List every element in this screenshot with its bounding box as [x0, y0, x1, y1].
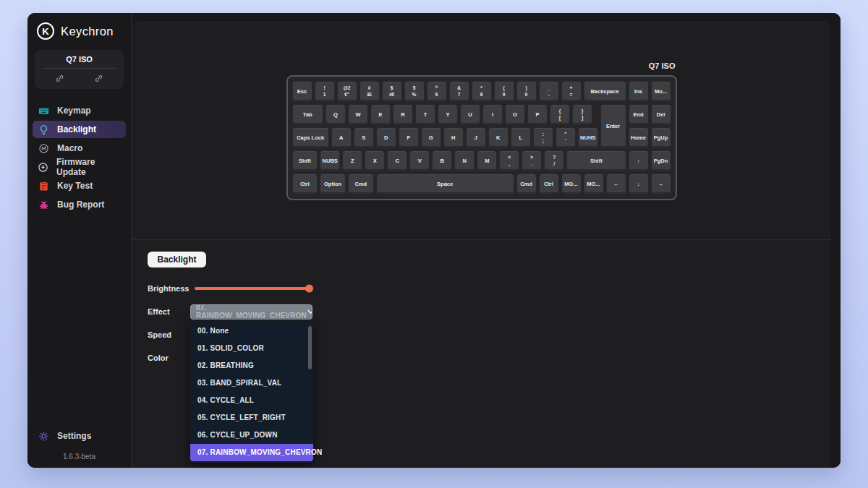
- key-end[interactable]: End: [629, 104, 649, 125]
- key-m[interactable]: M: [477, 150, 497, 171]
- key-h[interactable]: H: [443, 127, 464, 148]
- key-e[interactable]: E: [370, 104, 391, 125]
- key-ctrl-left[interactable]: Ctrl: [292, 174, 318, 194]
- effect-option-7[interactable]: 07. RAINBOW_MOVING_CHEVRON: [190, 444, 313, 461]
- key-y[interactable]: Y: [438, 104, 458, 125]
- key-tab[interactable]: Tab: [292, 104, 324, 125]
- key-1[interactable]: !1: [315, 81, 335, 102]
- key-comma[interactable]: <,: [499, 150, 519, 171]
- key-ctrl-right[interactable]: Ctrl: [539, 174, 559, 194]
- sidebar-item-bug-report[interactable]: Bug Report: [33, 196, 126, 213]
- key-n[interactable]: N: [454, 150, 475, 171]
- key-w[interactable]: W: [348, 104, 368, 125]
- key-del[interactable]: Del: [651, 104, 671, 125]
- key-shift-left[interactable]: Shift: [292, 150, 318, 171]
- key-8[interactable]: *8: [472, 81, 492, 102]
- effect-option-6[interactable]: 06. CYCLE_UP_DOWN: [190, 427, 313, 444]
- key-o[interactable]: O: [505, 104, 525, 125]
- effect-option-5[interactable]: 05. CYCLE_LEFT_RIGHT: [190, 409, 313, 427]
- dropdown-scrollbar[interactable]: [308, 326, 312, 369]
- key-key[interactable]: _-: [539, 81, 559, 102]
- key-u[interactable]: U: [460, 104, 480, 125]
- key-bracket-right[interactable]: }]: [572, 104, 592, 125]
- key-a[interactable]: A: [331, 127, 352, 148]
- key-pgup[interactable]: PgUp: [651, 127, 671, 148]
- sidebar-item-keymap[interactable]: Keymap: [33, 102, 126, 119]
- key-r[interactable]: R: [393, 104, 413, 125]
- key-arrow-left[interactable]: ←: [606, 174, 626, 194]
- key-v[interactable]: V: [409, 150, 430, 171]
- effect-option-0[interactable]: 00. None: [190, 322, 313, 340]
- link-icon[interactable]: [93, 74, 105, 83]
- device-card[interactable]: Q7 ISO: [35, 50, 124, 89]
- sidebar-item-backlight[interactable]: Backlight: [33, 121, 126, 138]
- key-4[interactable]: $4€: [382, 81, 402, 102]
- effect-option-2[interactable]: 02. BREATHING: [190, 357, 313, 374]
- color-label: Color: [148, 354, 190, 362]
- brightness-slider[interactable]: [195, 287, 310, 290]
- key-shift-right[interactable]: Shift: [566, 150, 626, 171]
- key-f[interactable]: F: [399, 127, 419, 148]
- key-mo-fn[interactable]: Mo...: [651, 81, 671, 102]
- link-icon[interactable]: [54, 74, 66, 83]
- key-p[interactable]: P: [527, 104, 548, 125]
- key-9[interactable]: (9: [494, 81, 514, 102]
- sidebar-item-firmware-update[interactable]: Firmware Update: [33, 158, 126, 176]
- key-cmd-right[interactable]: Cmd: [516, 174, 537, 194]
- key-semicolon[interactable]: :;: [533, 127, 553, 148]
- key-pgdn[interactable]: PgDn: [651, 150, 671, 171]
- key-i[interactable]: I: [482, 104, 503, 125]
- backlight-tab-button[interactable]: Backlight: [148, 252, 206, 267]
- sidebar-item-key-test[interactable]: Key Test: [33, 177, 126, 194]
- key-5[interactable]: 5%: [404, 81, 425, 102]
- key-bracket-left[interactable]: {[: [550, 104, 570, 125]
- keyboard-spacer: [595, 104, 598, 125]
- key-nubs[interactable]: NUBS: [320, 150, 340, 171]
- key-quote[interactable]: "': [556, 127, 576, 148]
- key-2[interactable]: @2€": [337, 81, 357, 102]
- key-home[interactable]: Home: [629, 127, 649, 148]
- key-arrow-right[interactable]: →: [651, 174, 671, 194]
- key-k[interactable]: K: [488, 127, 509, 148]
- key-mo-1[interactable]: MO...: [561, 174, 582, 194]
- key-x[interactable]: X: [365, 150, 385, 171]
- key-nuhs[interactable]: NUHS: [578, 127, 598, 148]
- key-b[interactable]: B: [432, 150, 452, 171]
- effect-select[interactable]: 07. RAINBOW_MOVING_CHEVRON: [190, 304, 312, 320]
- key-3[interactable]: #3£: [359, 81, 380, 102]
- key-key[interactable]: +=: [561, 81, 582, 102]
- key-space[interactable]: Space: [376, 174, 514, 194]
- effect-option-3[interactable]: 03. BAND_SPIRAL_VAL: [190, 374, 313, 392]
- sidebar-item-macro[interactable]: Macro: [33, 140, 126, 157]
- key-backspace[interactable]: Backspace: [584, 81, 626, 102]
- key-j[interactable]: J: [466, 127, 486, 148]
- effect-option-1[interactable]: 01. SOLID_COLOR: [190, 340, 313, 357]
- key-option[interactable]: Option: [320, 174, 346, 194]
- key-c[interactable]: C: [387, 150, 407, 171]
- key-t[interactable]: T: [415, 104, 435, 125]
- key-s[interactable]: S: [354, 127, 374, 148]
- key-7[interactable]: &7: [449, 81, 469, 102]
- key-q[interactable]: Q: [326, 104, 346, 125]
- key-period[interactable]: >.: [522, 150, 542, 171]
- key-slash[interactable]: ?/: [544, 150, 564, 171]
- key-arrow-down[interactable]: ↓: [629, 174, 649, 194]
- device-card-divider: [43, 68, 116, 69]
- key-mo-2[interactable]: MO...: [584, 174, 604, 194]
- sidebar-item-settings[interactable]: Settings: [33, 427, 126, 445]
- key-arrow-up[interactable]: ↑: [629, 150, 649, 171]
- key-0[interactable]: )0: [516, 81, 537, 102]
- key-ins[interactable]: Ins: [629, 81, 649, 102]
- app-window: K Keychron Q7 ISO KeymapBacklightMacroFi…: [27, 13, 841, 468]
- key-cmd-left[interactable]: Cmd: [348, 174, 374, 194]
- effect-option-4[interactable]: 04. CYCLE_ALL: [190, 392, 313, 409]
- key-d[interactable]: D: [376, 127, 396, 148]
- key-caps-lock[interactable]: Caps Lock: [292, 127, 329, 148]
- brightness-slider-thumb[interactable]: [305, 285, 313, 293]
- key-enter[interactable]: Enter: [600, 104, 626, 148]
- key-6[interactable]: ^6: [427, 81, 447, 102]
- key-l[interactable]: L: [511, 127, 531, 148]
- key-z[interactable]: Z: [342, 150, 362, 171]
- key-g[interactable]: G: [421, 127, 441, 148]
- key-esc[interactable]: Esc: [292, 81, 312, 102]
